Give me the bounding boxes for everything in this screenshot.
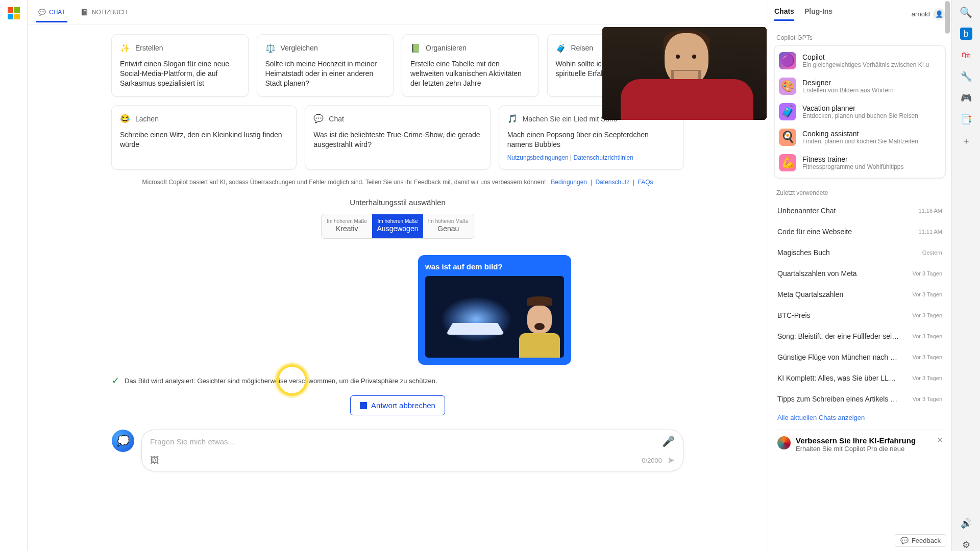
gpts-section-title: Copilot-GPTs	[776, 34, 943, 41]
right-panel: Chats Plug-Ins arnold 👤 Copilot-GPTs 🟣 C…	[768, 0, 951, 551]
suggestion-icon: ⚖️	[265, 43, 276, 53]
tab-notebook[interactable]: 📓 NOTIZBUCH	[79, 2, 130, 22]
suggestion-body: Sollte ich meine Hochzeit in meiner Heim…	[265, 59, 385, 88]
style-precise[interactable]: Im höheren MaßeGenau	[423, 214, 474, 238]
conversation-style-toggle: Im höheren MaßeKreativ Im höheren MaßeAu…	[321, 214, 474, 239]
suggestion-icon: 🧳	[556, 43, 566, 53]
suggestion-body: Schreibe einen Witz, den ein Kleinkind l…	[120, 130, 288, 149]
suggestion-icon: 😂	[120, 114, 130, 124]
suggestion-title: Chat	[329, 115, 344, 123]
send-icon[interactable]: ➤	[667, 455, 675, 466]
gpt-item[interactable]: 🎨 DesignerErstellen von Bildern aus Wört…	[776, 73, 944, 99]
tab-chats[interactable]: Chats	[774, 7, 794, 21]
main-column: 💬 CHAT 📓 NOTIZBUCH ✨ Erstellen Entwirf e…	[28, 0, 768, 551]
content-scroll[interactable]: ✨ Erstellen Entwirf einen Slogan für ein…	[28, 24, 768, 551]
composer: 🎤 🖼 0/2000 ➤	[141, 430, 683, 471]
recent-chat-item[interactable]: Song: Bleistift, der eine Füllfeder sein…	[774, 326, 945, 347]
promo-banner[interactable]: Verbessern Sie Ihre KI-Erfahrung Erhalte…	[774, 430, 945, 453]
style-balanced[interactable]: Im höheren MaßeAusgewogen	[372, 214, 423, 238]
new-topic-icon: 💭	[117, 435, 130, 447]
tab-plugins[interactable]: Plug-Ins	[804, 7, 832, 21]
recent-chat-item[interactable]: Meta QuartalszahlenVor 3 Tagen	[774, 284, 945, 305]
suggestion-icon: 📗	[410, 43, 421, 53]
close-icon[interactable]: ✕	[937, 435, 943, 445]
suggestion-title: Organisieren	[426, 44, 467, 52]
promo-icon	[777, 436, 791, 449]
gpt-item[interactable]: 💪 Fitness trainerFitnessprogramme und Wo…	[776, 150, 944, 176]
gpt-icon: 🍳	[779, 129, 796, 146]
recent-chat-item[interactable]: BTC-PreisVor 3 Tagen	[774, 305, 945, 326]
composer-area: 💭 🎤 🖼 0/2000 ➤	[112, 430, 683, 482]
terms-link[interactable]: Nutzungsbedingungen	[507, 154, 569, 161]
user-bubble: was ist auf dem bild?	[418, 255, 571, 365]
suggestion-body: Entwirf einen Slogan für eine neue Socia…	[120, 59, 240, 88]
message-input[interactable]	[150, 437, 662, 446]
chat-icon: 💬	[38, 8, 46, 16]
suggestion-card[interactable]: ⚖️ Vergleichen Sollte ich meine Hochzeit…	[257, 35, 394, 96]
tab-label: NOTIZBUCH	[92, 9, 128, 16]
recent-chat-item[interactable]: Günstige Flüge von München nach FraVor 3…	[774, 347, 945, 368]
notebook-icon: 📓	[81, 8, 89, 16]
suggestion-title: Erstellen	[135, 44, 163, 52]
gpt-item[interactable]: 🍳 Cooking assistantFinden, planen und ko…	[776, 124, 944, 150]
gpt-item[interactable]: 🧳 Vacation plannerEntdecken, planen und …	[776, 99, 944, 124]
recent-chat-item[interactable]: Code für eine Webseite11:11 AM	[774, 221, 945, 242]
disclaimer: Microsoft Copilot basiert auf KI, sodass…	[112, 179, 683, 186]
recent-chat-item[interactable]: Tipps zum Schreiben eines Artikels übeVo…	[774, 389, 945, 410]
top-tabs: 💬 CHAT 📓 NOTIZBUCH	[28, 0, 768, 24]
style-title: Unterhaltungsstil auswählen	[40, 198, 755, 207]
stop-icon	[360, 402, 367, 409]
privacy-link[interactable]: Datenschutz	[595, 179, 629, 186]
recent-chat-item[interactable]: Quartalszahlen von MetaVor 3 Tagen	[774, 263, 945, 284]
feedback-button[interactable]: 💬 Feedback	[895, 534, 946, 547]
suggestion-icon: 💬	[313, 114, 324, 124]
edge-right-rail: 🔍 b 🛍 🔧 🎮 📑 ＋ 🔊 ⚙	[951, 0, 980, 551]
terms-link[interactable]: Bedingungen	[551, 179, 587, 186]
webcam-overlay	[602, 27, 767, 120]
tab-label: CHAT	[49, 9, 65, 16]
char-counter: 0/2000	[642, 457, 662, 464]
suggestion-row-1: ✨ Erstellen Entwirf einen Slogan für ein…	[112, 35, 683, 96]
gpt-icon: 🧳	[779, 103, 796, 120]
gpt-icon: 🟣	[779, 52, 796, 69]
suggestion-body: Was ist die beliebteste True-Crime-Show,…	[313, 130, 481, 149]
gpt-item[interactable]: 🟣 CopilotEin gleichgewichtiges Verhältni…	[776, 48, 944, 73]
tools-icon[interactable]: 🔧	[960, 70, 972, 83]
speaker-icon[interactable]: 🔊	[960, 517, 972, 530]
check-icon: ✓	[112, 375, 119, 386]
mic-icon[interactable]: 🎤	[662, 435, 675, 447]
shopping-icon[interactable]: 🛍	[960, 49, 972, 61]
view-all-chats[interactable]: Alle aktuellen Chats anzeigen	[774, 410, 945, 425]
games-icon[interactable]: 🎮	[960, 92, 972, 104]
status-text: Das Bild wird analysiert: Gesichter sind…	[125, 377, 437, 385]
suggestion-row-2: 😂 Lachen Schreibe einen Witz, den ein Kl…	[112, 106, 683, 170]
suggestion-icon: 🎵	[507, 114, 518, 124]
image-upload-icon[interactable]: 🖼	[150, 455, 159, 466]
privacy-link[interactable]: Datenschutzrichtlinien	[574, 154, 633, 161]
tab-chat[interactable]: 💬 CHAT	[36, 2, 67, 22]
faq-link[interactable]: FAQs	[638, 179, 653, 186]
new-topic-button[interactable]: 💭	[112, 430, 134, 452]
style-creative[interactable]: Im höheren MaßeKreativ	[322, 214, 372, 238]
bing-chat-icon[interactable]: b	[960, 28, 972, 40]
suggestion-card[interactable]: ✨ Erstellen Entwirf einen Slogan für ein…	[112, 35, 248, 96]
suggestion-card[interactable]: 💬 Chat Was ist die beliebteste True-Crim…	[305, 106, 489, 170]
add-icon[interactable]: ＋	[960, 135, 972, 147]
collections-icon[interactable]: 📑	[960, 113, 972, 126]
gpt-icon: 💪	[779, 154, 796, 171]
settings-icon[interactable]: ⚙	[960, 539, 972, 551]
suggestion-card[interactable]: 📗 Organisieren Erstelle eine Tabelle mit…	[402, 35, 538, 96]
suggestion-card[interactable]: 😂 Lachen Schreibe einen Witz, den ein Kl…	[112, 106, 296, 170]
stop-response-button[interactable]: Antwort abbrechen	[350, 395, 445, 415]
search-icon[interactable]: 🔍	[960, 6, 972, 18]
recent-list: Unbenannter Chat11:16 AMCode für eine We…	[774, 201, 945, 410]
user-menu[interactable]: arnold 👤	[912, 8, 945, 20]
suggestion-title: Vergleichen	[281, 44, 318, 52]
recent-chat-item[interactable]: Unbenannter Chat11:16 AM	[774, 201, 945, 221]
uploaded-image[interactable]	[425, 276, 564, 358]
suggestion-body: Mach einen Popsong über ein Seepferdchen…	[507, 130, 675, 149]
recent-chat-item[interactable]: KI Komplett: Alles, was Sie über LLMs uV…	[774, 368, 945, 389]
suggestion-title: Reisen	[571, 44, 594, 52]
scrollbar[interactable]	[945, 0, 951, 551]
recent-chat-item[interactable]: Magisches BuchGestern	[774, 242, 945, 263]
